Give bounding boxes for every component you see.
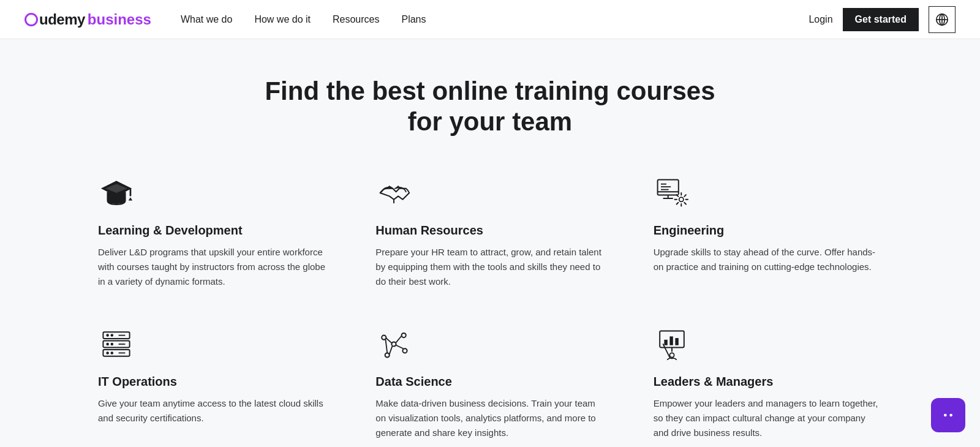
nav-plans[interactable]: Plans — [401, 14, 426, 25]
server-stack-icon — [98, 326, 135, 362]
card-engineering-title: Engineering — [654, 224, 882, 238]
handshake-icon — [375, 175, 412, 211]
svg-point-46 — [944, 414, 947, 417]
svg-point-24 — [111, 343, 114, 346]
login-button[interactable]: Login — [809, 14, 832, 25]
svg-point-31 — [402, 333, 406, 337]
svg-rect-41 — [669, 336, 673, 345]
card-human-resources-title: Human Resources — [375, 224, 604, 238]
card-leaders-managers-desc: Empower your leaders and managers to lea… — [654, 396, 882, 440]
card-learning-development: Learning & Development Deliver L&D progr… — [98, 175, 326, 289]
svg-point-23 — [106, 343, 109, 346]
chat-icon — [940, 407, 957, 424]
svg-rect-40 — [664, 340, 667, 345]
get-started-button[interactable]: Get started — [843, 8, 919, 31]
chat-bubble-button[interactable] — [931, 398, 965, 432]
monitor-gear-icon — [654, 175, 690, 211]
svg-line-36 — [396, 345, 404, 348]
card-data-science-title: Data Science — [375, 375, 604, 389]
svg-point-44 — [669, 353, 674, 357]
logo-udemy-text: udemy — [24, 11, 85, 28]
card-leaders-managers: Leaders & Managers Empower your leaders … — [654, 326, 882, 440]
globe-icon — [935, 13, 949, 26]
card-learning-development-desc: Deliver L&D programs that upskill your e… — [98, 245, 326, 289]
nav-actions: Login Get started — [809, 6, 956, 33]
language-selector-button[interactable] — [929, 6, 956, 33]
card-data-science: Data Science Make data-driven business d… — [375, 326, 604, 440]
svg-point-20 — [106, 334, 109, 337]
card-it-operations-title: IT Operations — [98, 375, 326, 389]
nav-links: What we do How we do it Resources Plans — [181, 14, 809, 25]
card-it-operations: IT Operations Give your team anytime acc… — [98, 326, 326, 440]
data-nodes-icon — [375, 326, 412, 362]
card-data-science-desc: Make data-driven business decisions. Tra… — [375, 396, 604, 440]
svg-rect-42 — [675, 338, 678, 345]
nav-how-we-do-it[interactable]: How we do it — [254, 14, 311, 25]
svg-line-45 — [663, 344, 669, 358]
svg-point-33 — [385, 353, 390, 357]
card-leaders-managers-title: Leaders & Managers — [654, 375, 882, 389]
card-engineering-desc: Upgrade skills to stay ahead of the curv… — [654, 245, 882, 274]
svg-line-34 — [386, 338, 392, 343]
cards-grid: Learning & Development Deliver L&D progr… — [98, 175, 882, 440]
svg-rect-5 — [130, 189, 132, 197]
nav-what-we-do[interactable]: What we do — [181, 14, 232, 25]
presenter-chart-icon — [654, 326, 690, 362]
svg-marker-6 — [129, 197, 132, 200]
hero-title: Find the best online training courses fo… — [257, 76, 723, 138]
graduation-cap-icon — [98, 175, 135, 211]
svg-point-47 — [949, 414, 952, 417]
svg-point-27 — [111, 351, 114, 355]
main-content: Find the best online training courses fo… — [0, 39, 980, 447]
svg-point-32 — [403, 348, 407, 353]
svg-line-37 — [390, 346, 393, 354]
svg-line-38 — [386, 340, 388, 353]
card-it-operations-desc: Give your team anytime access to the lat… — [98, 396, 326, 426]
svg-point-30 — [382, 335, 386, 339]
card-human-resources: Human Resources Prepare your HR team to … — [375, 175, 604, 289]
card-learning-development-title: Learning & Development — [98, 224, 326, 238]
logo-business-text: business — [88, 11, 151, 28]
svg-point-29 — [392, 342, 396, 346]
logo-link[interactable]: udemy business — [24, 11, 151, 28]
svg-point-26 — [106, 351, 109, 355]
card-engineering: Engineering Upgrade skills to stay ahead… — [654, 175, 882, 289]
navigation: udemy business What we do How we do it R… — [0, 0, 980, 39]
udemy-u-icon — [24, 13, 38, 26]
svg-line-35 — [396, 336, 402, 342]
svg-point-21 — [111, 334, 114, 337]
nav-resources[interactable]: Resources — [333, 14, 379, 25]
card-human-resources-desc: Prepare your HR team to attract, grow, a… — [375, 245, 604, 289]
